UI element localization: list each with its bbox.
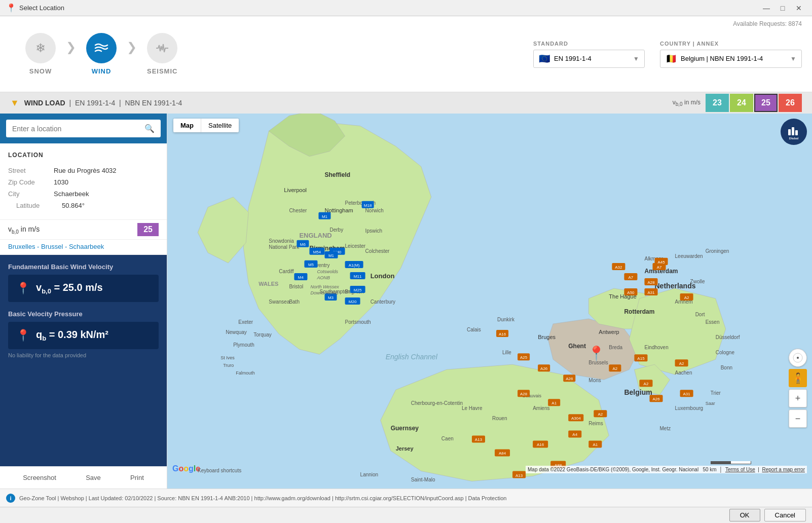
- svg-text:Amiens: Amiens: [533, 405, 549, 411]
- country-value: Belgium | NBN EN 1991-1-4: [681, 55, 786, 62]
- country-group: COUNTRY | ANNEX 🇧🇪 Belgium | NBN EN 1991…: [660, 41, 802, 68]
- svg-text:Truro: Truro: [223, 363, 234, 368]
- map-tab-satellite[interactable]: Satellite: [201, 119, 239, 132]
- screenshot-button[interactable]: Screenshot: [23, 474, 56, 481]
- dlubal-logo[interactable]: Dlubal: [781, 119, 807, 145]
- map-area[interactable]: Map Satellite Dlubal: [167, 114, 812, 489]
- svg-text:Chester: Chester: [289, 208, 307, 213]
- velocity-label: vb,0 in m/s: [673, 99, 700, 107]
- location-zip-row: Zip Code 1030: [8, 176, 159, 188]
- svg-text:A1: A1: [593, 442, 598, 447]
- country-select[interactable]: 🇧🇪 Belgium | NBN EN 1991-1-4 ▼: [660, 50, 802, 68]
- streetview-button[interactable]: 🧍: [789, 369, 807, 387]
- top-area: Available Requests: 8874 ❄ SNOW ❯ WIND ❯: [0, 16, 812, 92]
- street-value: Rue du Progrès 4032: [54, 167, 117, 174]
- cancel-button[interactable]: Cancel: [764, 509, 806, 521]
- search-input[interactable]: [12, 125, 140, 133]
- svg-text:Essen: Essen: [706, 319, 720, 325]
- velocity-23-box[interactable]: 23: [706, 94, 729, 112]
- svg-text:Mons: Mons: [588, 378, 601, 383]
- close-button[interactable]: ✕: [792, 1, 806, 15]
- svg-text:Groningen: Groningen: [706, 248, 729, 254]
- svg-text:Trier: Trier: [711, 390, 721, 396]
- svg-text:WALES: WALES: [259, 281, 278, 287]
- svg-text:Portsmouth: Portsmouth: [345, 319, 371, 325]
- map-svg: English Channel Liverpool Sheffield Ches…: [167, 114, 812, 489]
- wind-down-arrow-icon: ▼: [10, 98, 19, 108]
- status-bar: i Geo-Zone Tool | Webshop | Last Updated…: [0, 489, 812, 507]
- map-tab-map[interactable]: Map: [173, 119, 201, 132]
- main-content: 🔍 LOCATION Street Rue du Progrès 4032 Zi…: [0, 114, 812, 489]
- vb0-label: vb,0 in m/s: [8, 225, 137, 235]
- svg-point-171: [797, 357, 799, 359]
- svg-text:Leeuwarden: Leeuwarden: [675, 253, 703, 259]
- fundamental-formula: vb,0 = 25.0 m/s: [36, 282, 103, 295]
- maximize-button[interactable]: □: [776, 1, 790, 15]
- svg-text:Metz: Metz: [660, 426, 671, 431]
- svg-text:Newquay: Newquay: [226, 329, 247, 335]
- svg-text:Düsseldorf: Düsseldorf: [716, 334, 740, 340]
- svg-text:A84: A84: [499, 451, 506, 456]
- velocity-26-box[interactable]: 26: [779, 94, 802, 112]
- velocity-25-box[interactable]: 25: [754, 94, 778, 112]
- seismic-icon: [147, 33, 177, 63]
- location-title: LOCATION: [8, 152, 159, 159]
- street-label: Street: [8, 167, 54, 174]
- svg-text:A25: A25: [520, 355, 528, 360]
- svg-text:M4: M4: [298, 275, 304, 280]
- fundamental-title: Fundamental Basic Wind Velocity: [8, 263, 159, 271]
- svg-text:National Park: National Park: [269, 244, 300, 250]
- svg-text:A7: A7: [629, 275, 634, 280]
- map-controls: 🧍 + −: [789, 349, 807, 428]
- svg-text:M54: M54: [313, 250, 321, 254]
- svg-text:Aachen: Aachen: [675, 370, 692, 376]
- status-text: Geo-Zone Tool | Webshop | Last Updated: …: [19, 495, 506, 501]
- svg-text:A31: A31: [647, 290, 655, 295]
- svg-text:M3: M3: [328, 295, 334, 300]
- velocity-24-box[interactable]: 24: [730, 94, 753, 112]
- wind-load-bar: ▼ WIND LOAD | EN 1991-1-4 | NBN EN 1991-…: [0, 92, 812, 114]
- search-bar[interactable]: 🔍: [6, 120, 161, 137]
- svg-text:A304: A304: [571, 416, 581, 421]
- results-panel: Fundamental Basic Wind Velocity 📍 vb,0 =…: [0, 255, 167, 466]
- svg-text:A16: A16: [499, 332, 506, 337]
- svg-text:Saint-Malo: Saint-Malo: [411, 477, 435, 482]
- svg-text:Caen: Caen: [441, 436, 454, 441]
- latitude-label: Latitude: [16, 202, 62, 209]
- report-link[interactable]: Report a map error: [762, 467, 805, 472]
- svg-text:A16: A16: [537, 442, 544, 447]
- zip-label: Zip Code: [8, 178, 54, 186]
- minimize-button[interactable]: —: [759, 1, 773, 15]
- vb0-value: 25: [137, 223, 159, 236]
- svg-text:Reims: Reims: [588, 421, 603, 426]
- print-button[interactable]: Print: [130, 474, 144, 481]
- svg-text:M18: M18: [364, 203, 372, 208]
- svg-text:London: London: [371, 272, 395, 280]
- ok-button[interactable]: OK: [729, 509, 760, 521]
- fundamental-block: Fundamental Basic Wind Velocity 📍 vb,0 =…: [8, 263, 159, 302]
- save-button[interactable]: Save: [86, 474, 101, 481]
- pressure-block: Basic Velocity Pressure 📍 qb = 0.39 kN/m…: [8, 310, 159, 358]
- svg-text:Ipswich: Ipswich: [365, 228, 382, 234]
- info-icon: i: [6, 494, 15, 503]
- load-type-snow[interactable]: ❄ SNOW: [10, 29, 71, 79]
- left-panel: 🔍 LOCATION Street Rue du Progrès 4032 Zi…: [0, 114, 167, 489]
- svg-text:A1(M): A1(M): [349, 263, 360, 268]
- svg-text:A1: A1: [551, 401, 557, 405]
- pressure-value-box: 📍 qb = 0.39 kN/m²: [8, 322, 159, 349]
- snow-icon: ❄: [25, 33, 56, 63]
- svg-text:M5: M5: [308, 263, 314, 267]
- load-type-seismic[interactable]: SEISMIC: [132, 29, 193, 79]
- keyboard-shortcuts[interactable]: Keyboard shortcuts: [198, 468, 241, 473]
- svg-text:Lannion: Lannion: [360, 472, 379, 477]
- svg-text:A2: A2: [598, 412, 603, 417]
- standard-select[interactable]: 🇪🇺 EN 1991-1-4 ▼: [533, 50, 645, 68]
- svg-text:Dlubal: Dlubal: [789, 137, 799, 140]
- zoom-out-button[interactable]: −: [789, 409, 807, 428]
- svg-text:A26: A26: [566, 377, 573, 381]
- zoom-in-button[interactable]: +: [789, 389, 807, 407]
- terms-link[interactable]: Terms of Use: [725, 467, 755, 472]
- load-type-wind[interactable]: WIND: [71, 29, 132, 79]
- svg-text:M6: M6: [300, 242, 306, 247]
- compass-button[interactable]: [789, 349, 807, 367]
